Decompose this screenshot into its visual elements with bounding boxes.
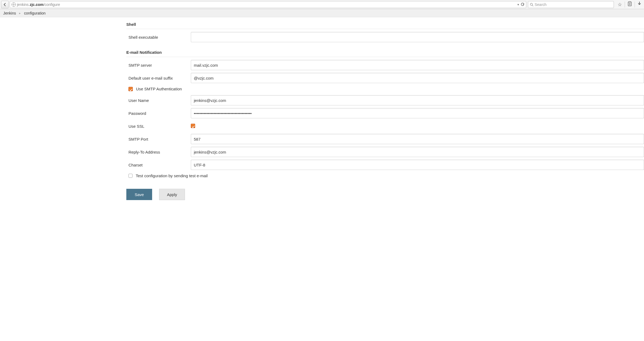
row-username: User Name bbox=[126, 94, 644, 107]
label-smtp-server: SMTP server bbox=[126, 63, 191, 68]
back-button[interactable] bbox=[1, 1, 9, 8]
input-username[interactable] bbox=[191, 95, 644, 105]
breadcrumb-current[interactable]: configuration bbox=[24, 11, 45, 15]
row-use-ssl: Use SSL bbox=[126, 120, 644, 133]
search-placeholder: Search bbox=[535, 2, 546, 7]
browser-toolbar: jenkins. zjc.com /configure ▾ Search ☆ bbox=[0, 0, 644, 9]
bookmark-star-icon[interactable]: ☆ bbox=[618, 2, 622, 8]
url-domain: zjc.com bbox=[30, 2, 43, 7]
save-button[interactable]: Save bbox=[126, 189, 152, 200]
row-password: Password bbox=[126, 107, 644, 120]
dropdown-caret-icon[interactable]: ▾ bbox=[517, 3, 519, 6]
checkbox-use-smtp-auth[interactable] bbox=[128, 87, 133, 91]
checkbox-use-ssl[interactable] bbox=[191, 124, 195, 128]
row-charset: Charset bbox=[126, 158, 644, 171]
chevron-right-icon: ▸ bbox=[16, 11, 24, 15]
download-arrow-icon[interactable] bbox=[638, 2, 641, 7]
browser-search-box[interactable]: Search bbox=[528, 1, 614, 8]
row-use-smtp-auth: Use SMTP Authentication bbox=[126, 84, 644, 94]
row-smtp-port: SMTP Port bbox=[126, 133, 644, 145]
input-reply-to[interactable] bbox=[191, 147, 644, 157]
input-smtp-server[interactable] bbox=[191, 60, 644, 70]
arrow-left-icon bbox=[3, 3, 7, 6]
button-row: Save Apply bbox=[126, 181, 644, 205]
url-path: /configure bbox=[44, 2, 60, 7]
svg-rect-3 bbox=[629, 2, 631, 2]
clipboard-icon[interactable] bbox=[628, 1, 632, 8]
separator bbox=[635, 2, 635, 8]
label-username: User Name bbox=[126, 98, 191, 103]
label-shell-executable: Shell executable bbox=[126, 35, 191, 40]
label-reply-to: Reply-To Address bbox=[126, 150, 191, 154]
url-subdomain: jenkins. bbox=[17, 2, 30, 7]
label-charset: Charset bbox=[126, 163, 191, 167]
globe-icon bbox=[12, 2, 16, 7]
url-right-controls: ▾ bbox=[517, 3, 524, 6]
apply-button[interactable]: Apply bbox=[159, 189, 185, 200]
reload-icon[interactable] bbox=[521, 3, 524, 6]
row-smtp-server: SMTP server bbox=[126, 59, 644, 72]
section-email-title: E-mail Notification bbox=[126, 48, 644, 57]
label-use-smtp-auth: Use SMTP Authentication bbox=[136, 87, 182, 91]
url-bar[interactable]: jenkins. zjc.com /configure ▾ bbox=[10, 1, 526, 8]
browser-right-icons: ☆ bbox=[616, 1, 643, 8]
label-email-suffix: Default user e-mail suffix bbox=[126, 76, 191, 80]
svg-point-0 bbox=[530, 3, 532, 5]
breadcrumb: Jenkins ▸ configuration bbox=[0, 9, 644, 17]
svg-line-1 bbox=[532, 5, 533, 6]
checkbox-test-config[interactable] bbox=[128, 174, 133, 178]
input-smtp-port[interactable] bbox=[191, 134, 644, 144]
label-use-ssl: Use SSL bbox=[126, 124, 191, 129]
configure-form: Shell Shell executable E-mail Notificati… bbox=[0, 17, 644, 205]
row-test-config: Test configuration by sending test e-mai… bbox=[126, 171, 644, 181]
input-shell-executable[interactable] bbox=[191, 32, 644, 42]
row-reply-to: Reply-To Address bbox=[126, 145, 644, 158]
row-email-suffix: Default user e-mail suffix bbox=[126, 72, 644, 84]
label-smtp-port: SMTP Port bbox=[126, 137, 191, 141]
label-password: Password bbox=[126, 111, 191, 116]
search-icon bbox=[530, 3, 534, 6]
separator bbox=[625, 2, 625, 8]
breadcrumb-root[interactable]: Jenkins bbox=[3, 11, 16, 15]
input-password[interactable] bbox=[191, 108, 644, 118]
row-shell-executable: Shell executable bbox=[126, 31, 644, 44]
input-charset[interactable] bbox=[191, 160, 644, 170]
label-test-config: Test configuration by sending test e-mai… bbox=[136, 173, 208, 178]
section-shell-title: Shell bbox=[126, 20, 644, 29]
input-email-suffix[interactable] bbox=[191, 73, 644, 83]
